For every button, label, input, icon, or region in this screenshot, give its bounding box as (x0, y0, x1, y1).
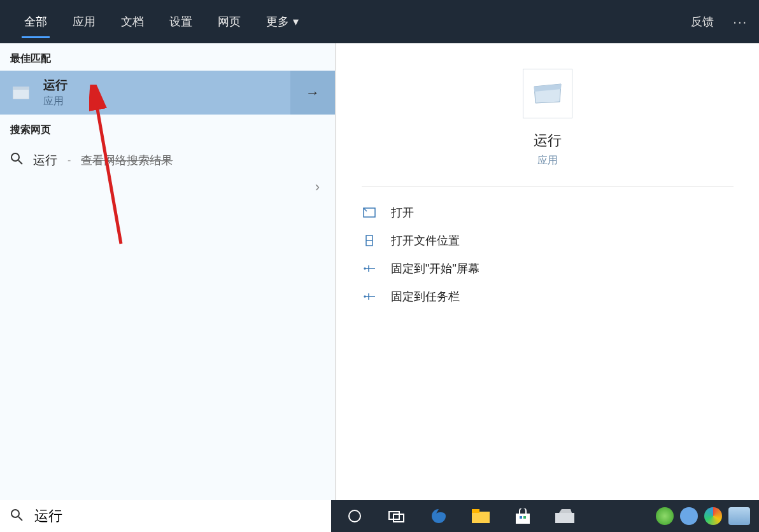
chevron-down-icon: ▾ (293, 15, 299, 29)
section-search-web: 搜索网页 (0, 115, 335, 142)
svg-point-9 (364, 296, 365, 297)
svg-line-3 (18, 160, 22, 164)
svg-rect-18 (520, 516, 522, 519)
tab-settings[interactable]: 设置 (157, 0, 205, 43)
filter-tabs: 全部 应用 文档 设置 网页 更多 ▾ (11, 0, 311, 43)
pin-taskbar-icon (362, 291, 377, 302)
tray-icon-4[interactable] (728, 507, 750, 525)
section-best-match: 最佳匹配 (0, 43, 335, 71)
store-icon[interactable] (512, 505, 534, 527)
folder-icon (362, 235, 377, 246)
arrow-right-icon: → (306, 85, 320, 101)
action-pin-taskbar[interactable]: 固定到任务栏 (362, 283, 734, 311)
action-open-location[interactable]: 打开文件位置 (362, 227, 734, 255)
best-match-result[interactable]: 运行 应用 → (0, 71, 335, 115)
svg-rect-19 (523, 516, 526, 519)
run-app-icon (10, 82, 32, 104)
web-search-result[interactable]: 运行 - 查看网络搜索结果 (0, 142, 335, 179)
pin-start-icon (362, 263, 377, 274)
result-title: 运行 (43, 77, 67, 94)
expand-result-button[interactable]: → (290, 71, 335, 115)
detail-actions: 打开 打开文件位置 固定到"开始"屏幕 固定到任务栏 (336, 187, 759, 322)
edge-icon[interactable] (428, 505, 450, 527)
result-subtitle: 应用 (43, 95, 67, 108)
system-tray (656, 500, 759, 532)
svg-line-11 (18, 517, 22, 521)
action-pin-start-label: 固定到"开始"屏幕 (391, 261, 479, 276)
taskbar (0, 500, 759, 532)
results-list-pane: 最佳匹配 运行 应用 → 搜索网页 运行 - 查看网络搜索结果 (0, 43, 336, 500)
task-view-icon[interactable] (386, 505, 408, 527)
chevron-right-icon[interactable]: › (315, 179, 320, 195)
action-pin-start[interactable]: 固定到"开始"屏幕 (362, 255, 734, 283)
action-open[interactable]: 打开 (362, 199, 734, 227)
svg-rect-15 (472, 512, 490, 523)
svg-rect-20 (555, 513, 574, 523)
dash: - (67, 155, 71, 166)
svg-point-10 (11, 510, 19, 517)
detail-title: 运行 (362, 131, 734, 150)
svg-point-8 (364, 268, 365, 269)
search-input[interactable] (34, 508, 321, 524)
more-options-icon[interactable]: ··· (733, 15, 748, 29)
tab-all[interactable]: 全部 (11, 0, 60, 43)
action-open-label: 打开 (391, 205, 414, 220)
search-icon (10, 508, 23, 524)
topbar-right: 反馈 ··· (691, 14, 748, 29)
tray-icon-2[interactable] (680, 507, 698, 525)
svg-point-2 (11, 153, 19, 161)
detail-app-icon (523, 69, 572, 118)
result-text: 运行 应用 (43, 77, 67, 108)
web-result-term: 运行 (33, 152, 57, 169)
tab-documents[interactable]: 文档 (108, 0, 157, 43)
cortana-icon[interactable] (344, 505, 365, 527)
app-icon[interactable] (554, 505, 576, 527)
tab-more[interactable]: 更多 ▾ (253, 0, 311, 43)
action-pin-taskbar-label: 固定到任务栏 (391, 289, 460, 304)
detail-header: 运行 应用 (362, 43, 734, 187)
result-detail-pane: 运行 应用 打开 打开文件位置 固定到"开始"屏幕 (336, 43, 759, 500)
taskbar-pinned-apps (331, 500, 656, 532)
svg-rect-1 (13, 87, 29, 90)
search-filter-bar: 全部 应用 文档 设置 网页 更多 ▾ 反馈 ··· (0, 0, 759, 43)
tray-icon-1[interactable] (656, 507, 674, 525)
tab-apps[interactable]: 应用 (60, 0, 108, 43)
tab-more-label: 更多 (266, 14, 289, 29)
svg-rect-16 (472, 509, 479, 513)
web-result-subtitle: 查看网络搜索结果 (81, 153, 173, 168)
action-open-location-label: 打开文件位置 (391, 233, 460, 248)
tray-icon-3[interactable] (704, 507, 722, 525)
detail-subtitle: 应用 (362, 154, 734, 167)
svg-point-12 (349, 510, 360, 522)
svg-rect-17 (516, 514, 530, 524)
tab-web[interactable]: 网页 (205, 0, 253, 43)
feedback-link[interactable]: 反馈 (691, 14, 714, 29)
taskbar-search-box[interactable] (0, 500, 331, 532)
search-icon (10, 152, 23, 169)
search-results-area: 最佳匹配 运行 应用 → 搜索网页 运行 - 查看网络搜索结果 (0, 43, 759, 500)
file-explorer-icon[interactable] (470, 505, 492, 527)
open-icon (362, 207, 377, 218)
